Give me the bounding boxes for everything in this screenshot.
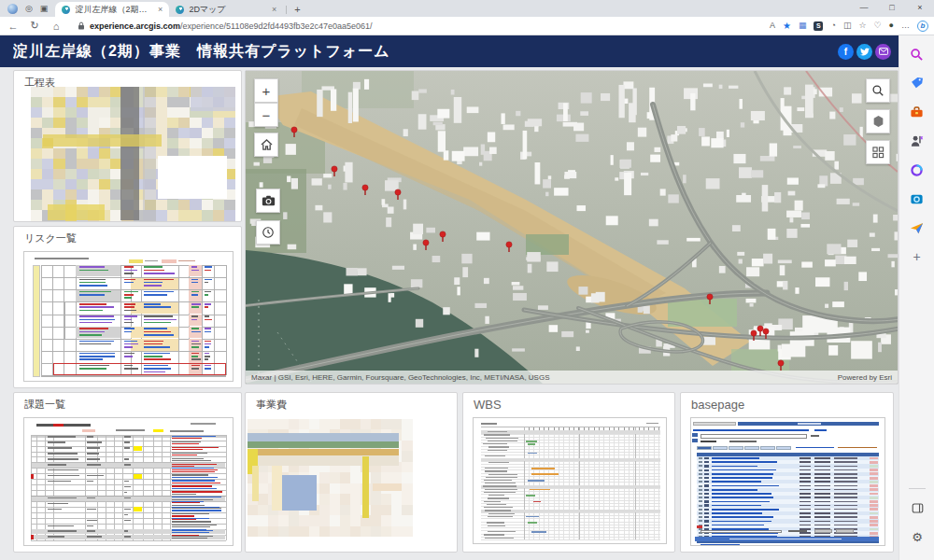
- zoom-in-button[interactable]: +: [254, 78, 278, 103]
- facebook-icon[interactable]: f: [838, 44, 854, 60]
- attribution-text: Maxar | GSI, Esri, HERE, Garmin, Foursqu…: [251, 373, 550, 382]
- tab-title: 淀川左岸線（2期）事業 情報共有プラットフォーム: [75, 4, 153, 16]
- panel-title: 課題一覧: [24, 398, 65, 412]
- sidebar-add-icon[interactable]: +: [906, 245, 928, 268]
- twitter-icon[interactable]: [856, 44, 872, 60]
- basepage-image[interactable]: [690, 417, 885, 546]
- browser-profile-area: ◎ ▣: [0, 0, 55, 17]
- sidebar-search-icon[interactable]: [906, 43, 928, 65]
- map-search-button[interactable]: [866, 78, 890, 103]
- tab-2dmap[interactable]: 2Dマップ ×: [169, 2, 283, 17]
- profile-avatar[interactable]: [7, 4, 18, 14]
- tab-actions-icon[interactable]: ▣: [40, 4, 49, 13]
- schedule-image[interactable]: [31, 87, 235, 220]
- tab-title: 2Dマップ: [189, 4, 267, 16]
- panel-cost: 事業費: [245, 392, 458, 553]
- url-field[interactable]: experience.arcgis.com/experience/51108e9…: [70, 19, 763, 33]
- url-path: /experience/51108e9d2fd4493fb3e2c47e0aa5…: [180, 21, 373, 31]
- wbs-chart-image[interactable]: [473, 417, 667, 544]
- risk-list-image[interactable]: [23, 251, 234, 382]
- app-header: 淀川左岸線（2期）事業 情報共有プラットフォーム f: [0, 35, 899, 67]
- panel-title: basepage: [691, 398, 744, 412]
- sidebar-rewards-icon[interactable]: [906, 130, 928, 152]
- lock-icon: [78, 21, 85, 30]
- screen: { "browser": { "tabs": [ {"label": "淀川左岸…: [0, 0, 934, 560]
- 3d-scene[interactable]: [246, 71, 898, 384]
- screenshot-camera-button[interactable]: [256, 189, 280, 213]
- panel-basepage: basepage: [680, 392, 894, 553]
- address-bar-icons: A ★ ▦ S ◔ ◫ ☆ ♡ ● … b: [770, 21, 928, 32]
- workspaces-icon[interactable]: ◎: [25, 4, 33, 13]
- sidebar-shopping-icon[interactable]: [906, 72, 928, 94]
- minimize-button[interactable]: —: [850, 0, 878, 15]
- apps-grid-icon[interactable]: ▦: [799, 21, 807, 30]
- g-extension-icon[interactable]: ◔: [830, 21, 835, 30]
- maximize-button[interactable]: □: [878, 0, 906, 15]
- back-button[interactable]: ←: [6, 21, 21, 32]
- panel-title: WBS: [474, 398, 502, 412]
- url-host: experience.arcgis.com: [90, 21, 180, 31]
- issue-list-image[interactable]: [23, 417, 234, 546]
- email-icon[interactable]: [875, 44, 891, 60]
- powered-by-esri: Powered by Esri: [838, 373, 892, 382]
- daylight-clock-button[interactable]: [256, 220, 280, 245]
- panel-title: リスク一覧: [24, 231, 77, 245]
- refresh-button[interactable]: ↻: [27, 20, 42, 32]
- home-extent-button[interactable]: [254, 133, 278, 157]
- sidebar-toggle-icon[interactable]: [906, 497, 928, 519]
- sidebar-settings-icon[interactable]: ⚙: [906, 525, 928, 548]
- social-links: f: [838, 44, 891, 60]
- sidebar-discover-icon[interactable]: [906, 159, 928, 181]
- extension-icon[interactable]: ●: [889, 21, 894, 30]
- scene-canvas: [246, 71, 898, 384]
- map-favicon: [176, 6, 184, 14]
- panel-wbs: WBS: [462, 392, 675, 553]
- settings-menu-icon[interactable]: …: [901, 21, 910, 30]
- s-extension-icon[interactable]: S: [814, 21, 823, 31]
- panel-schedule: 工程表: [13, 70, 242, 222]
- edge-sidebar: + ⚙: [899, 35, 934, 560]
- read-aloud-icon[interactable]: A: [770, 21, 775, 30]
- panel-risk-list: リスク一覧: [13, 226, 242, 388]
- sidebar-divider: [909, 488, 926, 489]
- risk-alert-row: [53, 363, 226, 375]
- close-tab-icon[interactable]: ×: [158, 5, 163, 14]
- split-screen-icon[interactable]: ◫: [843, 21, 852, 30]
- page-title: 淀川左岸線（2期）事業 情報共有プラットフォーム: [13, 42, 838, 62]
- new-tab-button[interactable]: +: [290, 2, 304, 17]
- close-window-button[interactable]: ×: [906, 0, 934, 15]
- basemap-hexagon-button[interactable]: [866, 109, 890, 133]
- cost-chart-image[interactable]: [248, 419, 412, 537]
- home-button[interactable]: ⌂: [49, 21, 64, 32]
- panel-title: 事業費: [256, 398, 287, 412]
- bing-chat-icon[interactable]: b: [917, 21, 928, 32]
- map-panel: + − Maxar | GSI, Esri, HERE, Garmin, Fou…: [245, 70, 899, 385]
- tab-separator: [286, 6, 287, 14]
- sidebar-toolbox-icon[interactable]: [906, 101, 928, 123]
- edge-sidebar-bottom: ⚙: [899, 488, 934, 554]
- map-attribution: Maxar | GSI, Esri, HERE, Garmin, Foursqu…: [246, 371, 898, 384]
- close-tab-icon[interactable]: ×: [272, 5, 276, 14]
- tab-experience[interactable]: 淀川左岸線（2期）事業 情報共有プラットフォーム ×: [55, 2, 169, 17]
- legend-grid-button[interactable]: [866, 140, 890, 164]
- panel-title: 工程表: [24, 76, 55, 90]
- sidebar-drop-icon[interactable]: [906, 217, 928, 239]
- browser-essentials-icon[interactable]: ♡: [873, 21, 881, 30]
- collections-icon[interactable]: ☆: [858, 21, 866, 30]
- address-bar: ← ↻ ⌂ experience.arcgis.com/experience/5…: [0, 17, 934, 35]
- panel-issue-list: 課題一覧: [13, 392, 242, 553]
- window-controls: — □ ×: [850, 0, 934, 15]
- favorite-star-icon[interactable]: ★: [783, 21, 791, 31]
- experience-favicon: [62, 6, 70, 14]
- zoom-out-button[interactable]: −: [254, 103, 278, 127]
- sidebar-image-creator-icon[interactable]: [906, 188, 928, 210]
- browser-tab-strip: ◎ ▣ 淀川左岸線（2期）事業 情報共有プラットフォーム × 2Dマップ × +…: [0, 0, 934, 17]
